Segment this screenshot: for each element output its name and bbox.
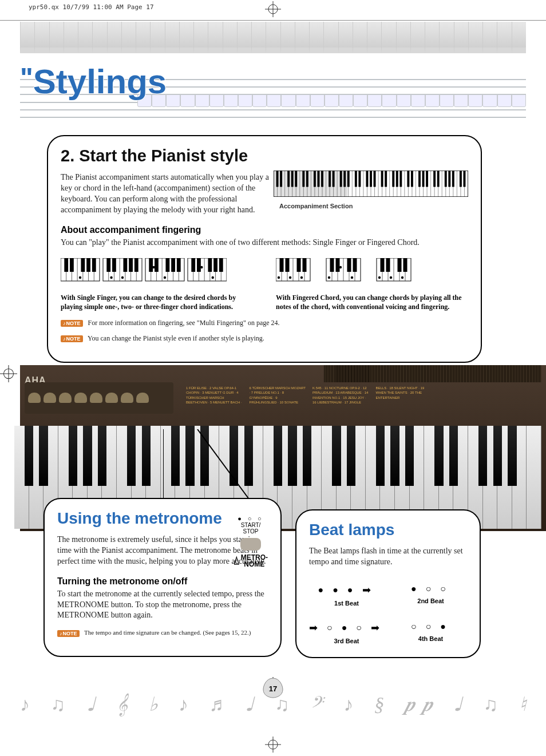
svg-point-180 <box>351 276 353 279</box>
beat-2: ●○○ 2nd Beat <box>411 584 450 607</box>
single-finger-caption: With Single Finger, you can change to th… <box>61 294 253 311</box>
beat-grid: ●●●➡ 1st Beat ●○○ 2nd Beat ➡○●○➡ 3rd Bea… <box>309 584 467 644</box>
svg-rect-74 <box>340 171 342 187</box>
single-finger-col: With Single Finger, you can change to th… <box>61 258 253 311</box>
svg-rect-8 <box>274 171 347 197</box>
svg-rect-79 <box>366 171 369 187</box>
accompaniment-diagram: Accompaniment Section <box>274 171 468 209</box>
registration-mark-left <box>0 365 17 385</box>
svg-rect-152 <box>219 258 223 272</box>
svg-rect-161 <box>280 258 284 272</box>
song-list-text: 1 FÜR ELISE · 2 VALSE OP.64-1 CHOPIN · 3… <box>186 386 432 405</box>
svg-rect-70 <box>318 171 320 187</box>
svg-rect-68 <box>306 171 308 187</box>
beat-4-label: 4th Beat <box>411 635 450 642</box>
svg-point-178 <box>328 276 330 279</box>
svg-point-192 <box>390 276 392 279</box>
header-lower-keys <box>137 94 526 107</box>
beat-3-label: 3rd Beat <box>309 638 384 644</box>
svg-rect-111 <box>92 258 96 272</box>
svg-point-179 <box>339 266 342 268</box>
panel-start-pianist: 2. Start the Pianist style The Pianist a… <box>47 135 482 363</box>
svg-rect-163 <box>297 258 301 272</box>
svg-rect-76 <box>347 171 350 187</box>
svg-rect-164 <box>303 258 307 272</box>
svg-rect-89 <box>418 171 421 187</box>
svg-rect-91 <box>426 171 428 187</box>
panel-body: The Pianist accompaniment starts automat… <box>61 172 278 216</box>
svg-line-201 <box>197 429 249 499</box>
svg-point-139 <box>164 276 166 279</box>
svg-rect-107 <box>64 258 68 272</box>
registration-mark-top <box>265 1 281 19</box>
note-text-2: You can change the Pianist style even if… <box>88 334 264 342</box>
svg-point-166 <box>289 276 291 279</box>
svg-rect-135 <box>155 258 159 272</box>
fingered-chord-kb <box>276 258 425 282</box>
beat-1-label: 1st Beat <box>318 600 375 607</box>
panel-beat-lamps: Beat lamps The Beat lamps flash in time … <box>295 509 481 658</box>
section-title: "Stylings <box>20 62 167 101</box>
fingered-chord-col: With Fingered Chord, you can change chor… <box>276 258 468 311</box>
title-quote: " <box>20 62 33 93</box>
svg-rect-151 <box>213 258 217 272</box>
svg-point-154 <box>200 266 203 268</box>
page-number-text: 17 <box>269 684 277 693</box>
svg-point-126 <box>110 276 112 279</box>
svg-rect-93 <box>437 171 440 187</box>
panel-metronome: Using the metronome ● ○ ○ START/ STOP ME… <box>43 498 282 657</box>
svg-point-193 <box>401 276 403 279</box>
svg-rect-73 <box>333 171 335 187</box>
svg-rect-175 <box>336 258 340 272</box>
svg-rect-83 <box>385 171 387 187</box>
svg-rect-124 <box>134 258 139 272</box>
button-shape <box>240 538 261 551</box>
svg-rect-134 <box>149 258 153 272</box>
note-badge: NOTE <box>61 320 83 327</box>
svg-rect-75 <box>343 171 346 187</box>
svg-rect-110 <box>86 258 90 272</box>
svg-rect-90 <box>422 171 425 187</box>
svg-rect-138 <box>177 258 181 272</box>
svg-rect-63 <box>280 171 282 187</box>
title-text: Stylings <box>33 62 167 101</box>
svg-rect-95 <box>448 171 450 187</box>
metronome-sub-heading: Turning the metronome on/off <box>57 576 268 587</box>
page-number: 17 <box>262 677 284 699</box>
note-badge: NOTE <box>57 630 80 637</box>
svg-rect-69 <box>314 171 316 187</box>
single-finger-kb <box>61 258 227 282</box>
control-panel <box>25 382 173 414</box>
svg-rect-62 <box>276 171 279 187</box>
svg-rect-81 <box>374 171 376 187</box>
about-fingering-heading: About accompaniment fingering <box>61 225 468 235</box>
svg-rect-85 <box>396 171 398 187</box>
crop-line <box>0 20 546 21</box>
svg-rect-120 <box>106 258 110 272</box>
svg-rect-189 <box>398 258 402 272</box>
svg-rect-82 <box>381 171 383 187</box>
svg-rect-86 <box>399 171 402 187</box>
svg-rect-71 <box>321 171 323 187</box>
beat-body: The Beat lamps flash in time at the curr… <box>309 546 467 568</box>
svg-rect-136 <box>165 258 169 272</box>
svg-rect-177 <box>353 258 357 272</box>
svg-rect-162 <box>286 258 290 272</box>
svg-rect-65 <box>291 171 294 187</box>
svg-rect-66 <box>295 171 297 187</box>
svg-rect-87 <box>407 171 409 187</box>
svg-rect-174 <box>330 258 334 272</box>
panel-heading: 2. Start the Pianist style <box>61 147 468 165</box>
fingering-examples: With Single Finger, you can change to th… <box>61 258 468 311</box>
svg-rect-121 <box>112 258 116 272</box>
svg-rect-176 <box>347 258 351 272</box>
metronome-note: NOTE The tempo and time signature can be… <box>57 629 268 636</box>
svg-point-112 <box>79 276 81 279</box>
svg-rect-72 <box>329 171 331 187</box>
beat-2-label: 2nd Beat <box>411 597 450 604</box>
svg-rect-84 <box>392 171 394 187</box>
svg-rect-188 <box>386 258 390 272</box>
svg-rect-149 <box>197 258 201 272</box>
svg-rect-109 <box>81 258 85 272</box>
registration-mark-bottom <box>265 737 281 755</box>
